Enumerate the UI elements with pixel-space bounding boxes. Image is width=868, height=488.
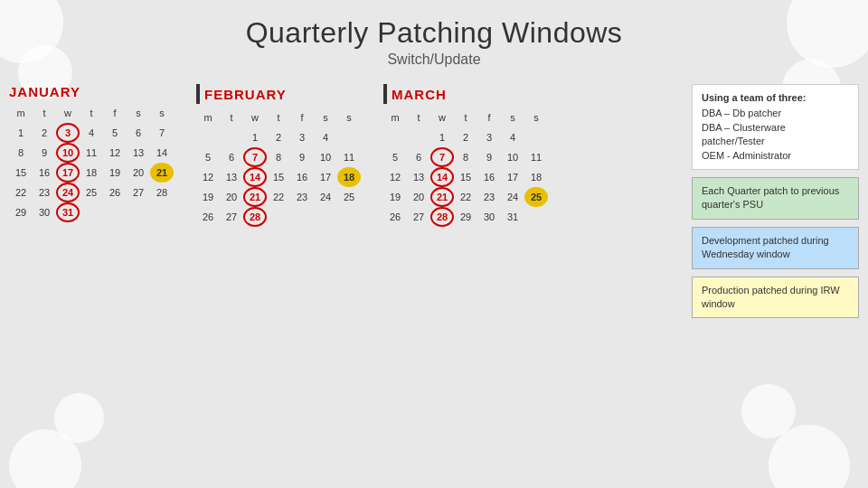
cal-day-cell: 1 xyxy=(9,123,33,143)
cal-day-cell: 3 xyxy=(477,127,501,147)
cal-day-cell: 17 xyxy=(314,167,337,187)
cal-grid-0: mtwtfss123456789101112131415161718192021… xyxy=(9,103,185,222)
team-member-2: DBA – Clusterware patcher/Tester xyxy=(702,121,849,149)
cal-day-cell: 20 xyxy=(127,163,150,183)
cal-day-header-cell: t xyxy=(267,108,290,127)
cal-day-cell: 22 xyxy=(267,187,290,207)
cal-day-cell: 30 xyxy=(33,202,56,222)
cal-day-cell: 3 xyxy=(290,127,314,147)
cal-day-cell: 20 xyxy=(220,187,243,207)
cal-grid-1: mtwtfss123456789101112131415161718192021… xyxy=(196,108,373,227)
cal-grid-2: mtwtfss123456789101112131415161718192021… xyxy=(383,108,560,227)
cal-day-header-cell: s xyxy=(501,108,524,127)
cal-header-2: MARCH xyxy=(383,84,560,104)
cal-day-cell: 23 xyxy=(290,187,314,207)
cal-day-cell xyxy=(267,207,290,227)
cal-day-header-cell: t xyxy=(80,103,103,123)
cal-day-cell: 10 xyxy=(314,147,337,167)
cal-day-header-cell: w xyxy=(430,108,454,127)
cal-day-cell: 9 xyxy=(290,147,314,167)
cal-week-row: 262728293031 xyxy=(383,207,560,227)
deco-circle-br2 xyxy=(741,384,796,438)
cal-day-cell: 24 xyxy=(314,187,337,207)
cal-day-cell: 10 xyxy=(501,147,524,167)
cal-day-header-cell: m xyxy=(383,108,407,127)
cal-day-cell: 7 xyxy=(430,147,454,167)
cal-day-cell: 22 xyxy=(9,183,33,202)
cal-day-cell: 15 xyxy=(454,167,477,187)
cal-day-cell: 26 xyxy=(196,207,220,227)
cal-day-cell: 12 xyxy=(196,167,220,187)
cal-day-cell xyxy=(407,127,430,147)
info-panel: Using a team of three: DBA – Db patcher … xyxy=(692,84,859,318)
dev-patch-box: Development patched during Wednesday win… xyxy=(692,227,859,269)
cal-day-header-cell: w xyxy=(56,103,80,123)
cal-day-cell: 23 xyxy=(33,183,56,202)
cal-day-header-cell: w xyxy=(243,108,267,127)
prod-patch-text: Production patched during IRW window xyxy=(702,285,840,309)
cal-day-cell xyxy=(196,127,220,147)
cal-day-cell xyxy=(220,127,243,147)
cal-day-cell: 5 xyxy=(196,147,220,167)
calendar-january: JANUARYmtwtfss12345678910111213141516171… xyxy=(9,84,185,227)
cal-week-row: 19202122232425 xyxy=(383,187,560,207)
cal-day-cell: 28 xyxy=(430,207,454,227)
cal-header-1: FEBRUARY xyxy=(196,84,373,104)
cal-day-cell: 27 xyxy=(127,183,150,202)
calendar-february: FEBRUARYmtwtfss1234567891011121314151617… xyxy=(196,84,373,227)
cal-day-cell: 5 xyxy=(383,147,407,167)
cal-day-header-cell: s xyxy=(127,103,150,123)
cal-day-cell: 24 xyxy=(501,187,524,207)
cal-week-row: 262728 xyxy=(196,207,373,227)
cal-day-cell: 25 xyxy=(337,187,361,207)
cal-day-cell: 14 xyxy=(150,143,174,163)
cal-month-name-2: MARCH xyxy=(392,87,447,102)
cal-day-cell: 25 xyxy=(80,183,103,202)
cal-day-cell: 15 xyxy=(9,163,33,183)
cal-day-cell: 14 xyxy=(430,167,454,187)
cal-day-header-cell: s xyxy=(314,108,337,127)
cal-day-cell: 10 xyxy=(56,143,80,163)
cal-day-header-cell: f xyxy=(103,103,127,123)
cal-day-cell: 28 xyxy=(150,183,174,202)
cal-week-row: 12131415161718 xyxy=(383,167,560,187)
cal-day-header-cell: f xyxy=(477,108,501,127)
cal-day-cell: 27 xyxy=(407,207,430,227)
cal-day-cell: 9 xyxy=(33,143,56,163)
cal-day-cell xyxy=(80,202,103,222)
cal-header-0: JANUARY xyxy=(9,84,185,99)
cal-day-header-cell: s xyxy=(524,108,548,127)
page-subtitle: Switch/Update xyxy=(387,52,480,68)
cal-day-cell: 11 xyxy=(80,143,103,163)
cal-day-cell: 24 xyxy=(56,183,80,202)
cal-month-bar-1 xyxy=(196,84,200,104)
cal-day-cell: 11 xyxy=(524,147,548,167)
cal-day-header-cell: t xyxy=(220,108,243,127)
cal-month-name-1: FEBRUARY xyxy=(204,87,287,102)
cal-day-cell: 9 xyxy=(477,147,501,167)
prod-patch-box: Production patched during IRW window xyxy=(692,277,859,319)
cal-day-header-cell: s xyxy=(337,108,361,127)
cal-day-cell xyxy=(127,202,150,222)
cal-day-cell: 2 xyxy=(454,127,477,147)
cal-day-cell: 8 xyxy=(267,147,290,167)
cal-week-row: 15161718192021 xyxy=(9,163,185,183)
cal-week-row: 1234 xyxy=(196,127,373,147)
cal-day-cell: 4 xyxy=(501,127,524,147)
cal-day-cell: 31 xyxy=(56,202,80,222)
cal-week-row: 1234567 xyxy=(9,123,185,143)
cal-day-cell: 19 xyxy=(103,163,127,183)
cal-day-cell: 18 xyxy=(80,163,103,183)
cal-day-cell: 29 xyxy=(454,207,477,227)
cal-day-cell: 26 xyxy=(103,183,127,202)
cal-day-cell: 8 xyxy=(454,147,477,167)
cal-day-cell: 16 xyxy=(290,167,314,187)
cal-day-cell: 18 xyxy=(524,167,548,187)
cal-day-cell: 4 xyxy=(314,127,337,147)
cal-day-cell: 2 xyxy=(33,123,56,143)
cal-month-name-0: JANUARY xyxy=(9,84,80,99)
cal-day-cell xyxy=(383,127,407,147)
cal-week-row: 1234 xyxy=(383,127,560,147)
cal-day-cell: 4 xyxy=(80,123,103,143)
cal-day-cell: 21 xyxy=(243,187,267,207)
